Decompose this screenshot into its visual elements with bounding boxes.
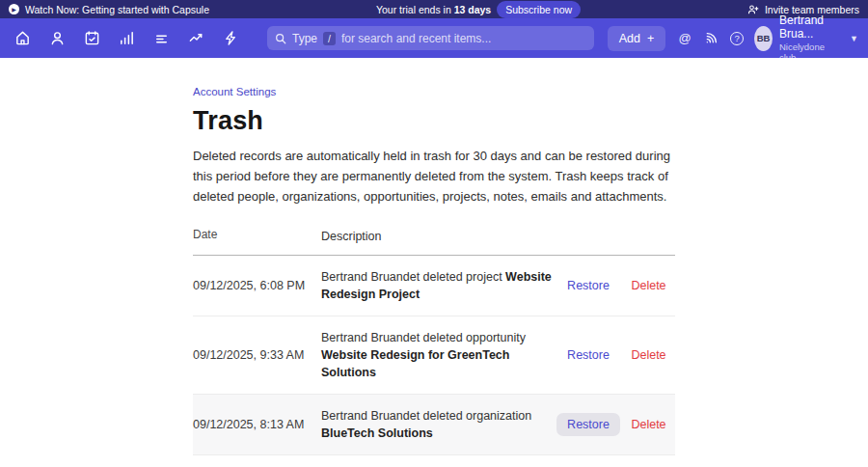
watch-now-link[interactable]: ▶ Watch Now: Getting started with Capsul… <box>9 4 209 15</box>
plus-icon: + <box>647 32 654 45</box>
utility-icon-group: @ ? <box>675 29 746 48</box>
search-prefix: Type <box>292 32 317 45</box>
play-icon: ▶ <box>9 4 19 14</box>
table-row: 09/12/2025, 9:33 AM Bertrand Bruandet de… <box>193 316 675 395</box>
delete-button[interactable]: Delete <box>631 279 665 292</box>
automation-bolt-icon[interactable] <box>218 26 243 51</box>
chevron-down-icon: ▼ <box>850 34 858 43</box>
nav-icon-group <box>10 26 243 51</box>
main-navbar: Type / for search and recent items... Ad… <box>0 18 868 58</box>
trash-table: Date Description 09/12/2025, 6:08 PM Ber… <box>193 228 675 467</box>
row-date: 09/12/2025, 8:13 AM <box>193 418 321 431</box>
sales-chart-icon[interactable] <box>114 26 139 51</box>
help-icon[interactable]: ? <box>727 29 746 48</box>
trial-status: Your trial ends in 13 days Subscribe now <box>376 1 581 18</box>
breadcrumb-account-settings[interactable]: Account Settings <box>193 86 276 97</box>
reports-trend-icon[interactable] <box>183 26 208 51</box>
people-icon[interactable] <box>44 26 69 51</box>
app-window: ▶ Watch Now: Getting started with Capsul… <box>0 0 868 467</box>
page-title: Trash <box>193 106 675 136</box>
search-placeholder: for search and recent items... <box>341 32 491 45</box>
user-name: Bertrand Brua... <box>779 14 838 41</box>
row-description: Bertrand Bruandet deleted organization B… <box>321 407 555 442</box>
restore-button[interactable]: Restore <box>567 279 610 292</box>
page-description: Deleted records are automatically held i… <box>193 147 675 206</box>
add-button[interactable]: Add+ <box>608 26 666 51</box>
table-row: 09/12/2025, 8:13 AM Bertrand Bruandet de… <box>193 395 675 455</box>
delete-button[interactable]: Delete <box>631 418 665 431</box>
page-content: Account Settings Trash Deleted records a… <box>0 58 868 467</box>
restore-button[interactable]: Restore <box>567 348 610 362</box>
user-org: Nicelydone club <box>779 41 838 64</box>
subscribe-button[interactable]: Subscribe now <box>497 1 581 18</box>
column-header-date: Date <box>193 228 321 245</box>
search-input[interactable]: Type / for search and recent items... <box>267 26 594 50</box>
mention-icon[interactable]: @ <box>675 29 694 48</box>
broadcast-icon[interactable] <box>701 29 720 48</box>
table-body: 09/12/2025, 6:08 PM Bertrand Bruandet de… <box>193 256 675 467</box>
row-date: 09/12/2025, 9:33 AM <box>193 348 321 362</box>
restore-button[interactable]: Restore <box>556 413 620 436</box>
row-description: Bertrand Bruandet deleted project Websit… <box>321 268 555 303</box>
search-icon <box>275 33 286 44</box>
trial-banner: ▶ Watch Now: Getting started with Capsul… <box>0 0 868 18</box>
watch-now-label: Watch Now: Getting started with Capsule <box>25 4 209 15</box>
column-header-description: Description <box>321 228 555 245</box>
table-row: 09/12/2025, 6:08 PM Bertrand Bruandet de… <box>193 256 675 316</box>
calendar-icon[interactable] <box>79 26 104 51</box>
row-description: Bertrand Bruandet deleted opportunity We… <box>321 329 555 381</box>
row-date: 09/12/2025, 6:08 PM <box>193 279 321 292</box>
table-header: Date Description <box>193 228 675 255</box>
user-info: Bertrand Brua... Nicelydone club <box>779 14 838 64</box>
avatar: BB <box>754 26 773 51</box>
trial-text: Your trial ends in 13 days <box>376 4 491 15</box>
delete-button[interactable]: Delete <box>631 348 665 362</box>
cases-list-icon[interactable] <box>149 26 174 51</box>
user-menu[interactable]: BB Bertrand Brua... Nicelydone club ▼ <box>754 14 858 64</box>
home-icon[interactable] <box>10 26 35 51</box>
slash-key-badge: / <box>323 32 336 45</box>
table-row: 09/12/2025, 8:12 AM Bertrand Bruandet de… <box>193 455 675 467</box>
